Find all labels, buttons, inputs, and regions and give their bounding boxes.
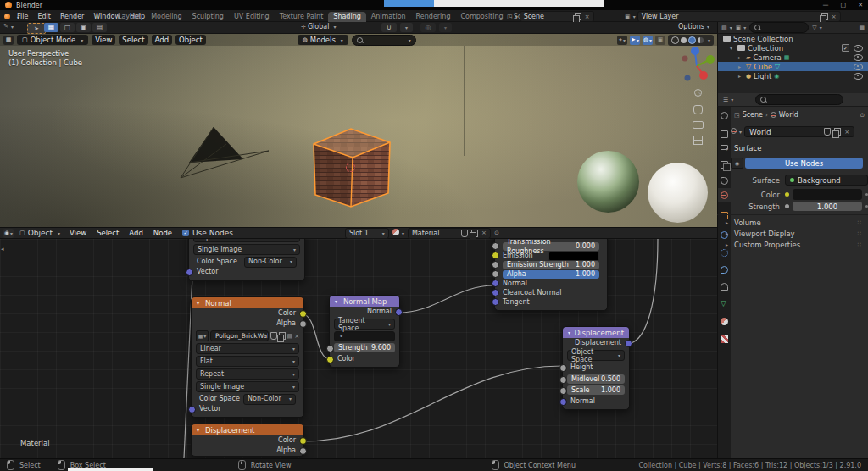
material-name-field[interactable]: Material × bbox=[408, 228, 491, 239]
close-icon[interactable]: × bbox=[585, 14, 590, 20]
copy-icon[interactable] bbox=[834, 128, 841, 136]
close-button[interactable]: ✕ bbox=[858, 2, 863, 8]
snap-magnet-icon[interactable]: ∪ bbox=[381, 23, 397, 32]
unlink-icon[interactable]: × bbox=[481, 230, 487, 236]
tangent-socket[interactable] bbox=[492, 298, 499, 306]
drag-handle-icon[interactable]: ∷ bbox=[858, 230, 861, 237]
image-icon[interactable]: ▦▾ bbox=[196, 330, 209, 341]
copy-icon[interactable] bbox=[575, 13, 581, 20]
slot-dropdown[interactable]: Slot 1 ▾ bbox=[345, 228, 389, 239]
vector-input-socket[interactable] bbox=[188, 406, 196, 413]
world-icon[interactable]: ▾ bbox=[731, 128, 742, 136]
node-header[interactable]: ▾Normal Map bbox=[330, 296, 399, 307]
uv-map-field[interactable]: • bbox=[334, 331, 395, 341]
tab-texture[interactable] bbox=[721, 335, 730, 345]
outliner-row-collection[interactable]: ▾ Collection ✓ bbox=[718, 43, 868, 53]
interpolation-dropdown[interactable]: Linear▾ bbox=[196, 343, 299, 354]
close-icon[interactable]: × bbox=[832, 14, 837, 20]
space-dropdown[interactable]: Tangent Space▾ bbox=[334, 319, 395, 330]
camera-view-icon[interactable] bbox=[693, 121, 704, 129]
strength-slider[interactable]: Strength 9.600 bbox=[334, 343, 395, 352]
strength-slider[interactable]: 1.000 bbox=[793, 202, 862, 211]
midlevel-input-socket[interactable] bbox=[559, 376, 567, 384]
use-nodes-button[interactable]: Use Nodes bbox=[745, 158, 863, 169]
shader-menu-view[interactable]: View bbox=[66, 229, 90, 237]
gizmo-y-axis[interactable] bbox=[706, 55, 715, 64]
menu-file[interactable]: File bbox=[17, 13, 28, 20]
unlink-icon[interactable]: × bbox=[844, 129, 849, 136]
active-tool-select-box[interactable]: ➤ bbox=[27, 23, 46, 34]
outliner-row-light[interactable]: ▸ ● Light ◉ bbox=[718, 71, 868, 80]
tab-animation[interactable]: Animation bbox=[366, 12, 411, 22]
displacement-output-socket[interactable] bbox=[625, 340, 632, 347]
properties-editor-icon[interactable]: ☰▾ bbox=[723, 97, 733, 103]
volume-panel-header[interactable]: ▸ Volume ∷ bbox=[726, 217, 868, 228]
gizmo-z-axis[interactable] bbox=[691, 47, 699, 55]
height-input-socket[interactable] bbox=[559, 364, 567, 372]
breadcrumb-scene[interactable]: Scene bbox=[743, 111, 763, 119]
outliner-row-scene-collection[interactable]: Scene Collection bbox=[718, 34, 868, 43]
scale-slider[interactable]: Scale1.000 bbox=[567, 385, 625, 395]
filter-funnel-icon[interactable]: ▽▾ bbox=[812, 25, 821, 31]
strength-input-socket[interactable] bbox=[326, 345, 334, 352]
pin-icon[interactable]: ⊙ bbox=[494, 230, 499, 236]
node-header[interactable]: ▾Displacement bbox=[563, 327, 629, 338]
xray-toggle[interactable]: ◍▾ bbox=[643, 36, 653, 45]
scene-name-field[interactable]: Scene × bbox=[520, 11, 594, 22]
collection-checkbox[interactable]: ✓ bbox=[842, 44, 849, 52]
space-dropdown[interactable]: Object Space▾ bbox=[567, 350, 625, 361]
visibility-eye-icon[interactable] bbox=[854, 73, 863, 80]
shading-solid-button[interactable] bbox=[681, 37, 687, 43]
tab-modeling[interactable]: Modeling bbox=[146, 12, 186, 22]
outliner-row-camera[interactable]: ▸ ▰ Camera ▦ bbox=[718, 53, 868, 62]
transmission-roughness-slider[interactable]: Transmission Roughness0.000 bbox=[503, 242, 599, 251]
tab-view-layer[interactable] bbox=[721, 161, 730, 170]
tab-render[interactable] bbox=[721, 130, 730, 140]
shader-editor-type-icon[interactable]: ◉▾ bbox=[3, 229, 14, 238]
tab-object-data[interactable]: ▽ bbox=[721, 300, 730, 309]
minimize-button[interactable]: — bbox=[823, 2, 829, 8]
node-image-texture-partial[interactable]: Repeat▾ Single Image▾ Color Space Non-Co… bbox=[188, 239, 305, 281]
show-gizmos-toggle[interactable]: ⌖▾ bbox=[617, 36, 627, 45]
node-normal-map[interactable]: ▾Normal Map Normal Tangent Space▾ • Stre… bbox=[329, 295, 400, 368]
node-header[interactable]: ▾Normal bbox=[192, 297, 303, 308]
show-overlays-toggle[interactable]: ➤▾ bbox=[630, 36, 640, 45]
vector-input-socket[interactable] bbox=[186, 269, 193, 276]
viewport-menu-view[interactable]: View bbox=[92, 35, 115, 45]
outliner-filter-dropdown[interactable]: ▣▾ bbox=[736, 25, 747, 31]
normal-output-socket[interactable] bbox=[395, 308, 403, 316]
perspective-toggle-icon[interactable] bbox=[693, 136, 703, 145]
select-mode-box[interactable]: ▢ bbox=[60, 23, 75, 32]
visibility-eye-icon[interactable] bbox=[854, 45, 863, 52]
options-dropdown[interactable]: Options ▾ bbox=[678, 23, 709, 30]
emission-strength-slider[interactable]: Emission Strength1.000 bbox=[503, 261, 599, 269]
input-socket[interactable] bbox=[492, 270, 499, 278]
pan-hand-icon[interactable] bbox=[693, 105, 703, 114]
world-name-field[interactable]: World × bbox=[744, 126, 854, 137]
outliner-search-input[interactable] bbox=[749, 22, 809, 33]
menu-edit[interactable]: Edit bbox=[37, 13, 51, 20]
wire-color-to-normalmap[interactable] bbox=[303, 314, 330, 359]
expand-icon[interactable]: ▸ bbox=[738, 73, 743, 79]
color-output-socket[interactable] bbox=[299, 310, 307, 318]
xray-disabled-icon[interactable]: ▣ bbox=[655, 36, 665, 45]
tab-uv-editing[interactable]: UV Editing bbox=[229, 12, 275, 22]
wire-normalmap-to-principled[interactable] bbox=[398, 285, 494, 313]
color-space-dropdown[interactable]: Non-Color▾ bbox=[243, 394, 296, 405]
tab-constraints[interactable] bbox=[721, 283, 730, 292]
tab-compositing[interactable]: Compositing bbox=[455, 12, 508, 22]
mode-dropdown[interactable]: ▢ Object Mode ▾ bbox=[17, 35, 88, 45]
expand-icon[interactable]: ▾ bbox=[730, 45, 735, 51]
input-socket[interactable] bbox=[492, 261, 499, 269]
surface-panel-header[interactable]: ▾ Surface bbox=[726, 144, 761, 152]
tab-tool[interactable] bbox=[721, 112, 730, 121]
scale-input-socket[interactable] bbox=[559, 387, 567, 395]
view-layer-icon[interactable]: ▣▾ bbox=[625, 14, 636, 20]
breadcrumb-world[interactable]: World bbox=[779, 111, 798, 119]
tab-physics[interactable] bbox=[721, 266, 730, 275]
use-nodes-checkbox-row[interactable]: ✓ Use Nodes bbox=[182, 229, 233, 237]
zoom-icon[interactable] bbox=[694, 89, 702, 98]
midlevel-slider[interactable]: Midlevel0.500 bbox=[567, 374, 625, 384]
region-toggle-arrow[interactable]: ◂ bbox=[1, 246, 4, 252]
color-space-dropdown[interactable]: Non-Color▾ bbox=[244, 257, 297, 268]
